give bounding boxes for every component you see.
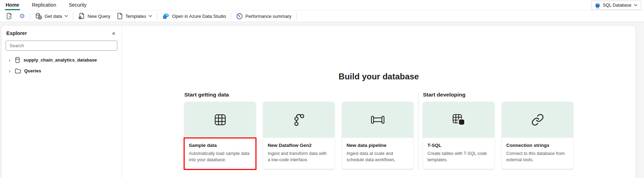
- gear-icon: ⚙: [19, 13, 25, 19]
- card-connection-strings[interactable]: Connection strings Connect to this datab…: [502, 102, 573, 169]
- grid-icon: [214, 113, 227, 126]
- get-data-database-icon: [35, 13, 42, 20]
- template-document-icon: [117, 13, 123, 20]
- tree-item-label: Queries: [24, 68, 41, 73]
- toolbar-divider: [296, 13, 297, 20]
- new-query-label: New Query: [88, 14, 110, 19]
- card-new-dataflow-gen2[interactable]: New Dataflow Gen2 Ingest and transform d…: [263, 102, 335, 169]
- performance-label: Performance summary: [245, 14, 291, 19]
- dataflow-icon: [294, 113, 304, 126]
- pipeline-icon: [371, 116, 385, 124]
- toolbar-divider: [30, 13, 30, 20]
- open-ads-label: Open in Azure Data Studio: [172, 14, 226, 19]
- card-title: New data pipeline: [347, 143, 409, 148]
- tree-item-label: supply_chain_analytics_database: [23, 57, 97, 63]
- new-query-button[interactable]: New Query: [75, 12, 114, 21]
- new-query-icon: [78, 13, 85, 20]
- explorer-title: Explorer: [6, 30, 27, 36]
- card-title: T-SQL: [427, 143, 490, 148]
- refresh-document-icon: [6, 13, 13, 20]
- database-icon: [15, 57, 20, 63]
- card-description: Ingest and transform data with a low-cod…: [268, 151, 330, 163]
- workspace-panel: Explorer « › supply_chain_analytics_data…: [1, 26, 636, 178]
- chevron-down-icon: [149, 15, 152, 17]
- collapse-sidebar-icon[interactable]: «: [111, 30, 117, 36]
- svg-text:SQL: SQL: [596, 7, 600, 8]
- explorer-tree: › supply_chain_analytics_database ›: [6, 55, 117, 76]
- performance-summary-button[interactable]: Performance summary: [233, 12, 294, 21]
- content-area: Explorer « › supply_chain_analytics_data…: [0, 22, 644, 178]
- card-description: Ingest data at scale and schedule data w…: [347, 151, 409, 163]
- tree-item-database[interactable]: › supply_chain_analytics_database: [6, 55, 117, 65]
- page-title: Build your database: [122, 72, 636, 81]
- refresh-button[interactable]: [3, 12, 16, 21]
- explorer-sidebar: Explorer « › supply_chain_analytics_data…: [1, 26, 122, 178]
- tab-security[interactable]: Security: [68, 0, 87, 10]
- toolbar-divider: [73, 13, 73, 20]
- search-input[interactable]: [6, 41, 117, 51]
- section-divider: [418, 92, 418, 169]
- toolbar-divider: [231, 13, 231, 20]
- section-label: Start developing: [423, 92, 573, 98]
- main-area: Build your database Start getting data: [122, 26, 636, 178]
- card-title: Sample data: [189, 143, 251, 148]
- top-tab-bar: Home Replication Security SQL SQL Databa…: [0, 0, 644, 10]
- link-icon: [531, 113, 544, 126]
- card-title: Connection strings: [506, 143, 569, 148]
- card-description: Connect to this database from external t…: [506, 151, 569, 163]
- sql-database-context-button[interactable]: SQL SQL Database: [591, 1, 641, 10]
- get-data-button[interactable]: Get data: [32, 12, 71, 21]
- section-start-getting-data: Start getting data: [184, 92, 413, 169]
- card-new-data-pipeline[interactable]: New data pipeline Ingest data at scale a…: [342, 102, 413, 169]
- settings-button[interactable]: ⚙: [16, 12, 28, 21]
- card-description: Create tables with T-SQL code templates.: [427, 151, 490, 163]
- tab-replication[interactable]: Replication: [31, 0, 57, 10]
- context-button-label: SQL Database: [603, 3, 631, 8]
- azure-data-studio-icon: [162, 13, 170, 20]
- card-description: Automatically load sample data into your…: [189, 151, 251, 163]
- chevron-down-icon: [64, 15, 68, 17]
- toolbar-divider: [157, 13, 157, 20]
- card-title: New Dataflow Gen2: [268, 143, 330, 148]
- tab-home[interactable]: Home: [5, 0, 20, 10]
- performance-gauge-icon: [236, 13, 243, 20]
- folder-icon: [15, 68, 21, 74]
- section-start-developing: Start developing: [423, 92, 573, 169]
- chevron-right-icon: ›: [9, 68, 12, 73]
- table-database-icon: [452, 113, 465, 126]
- templates-button[interactable]: Templates: [114, 12, 155, 21]
- card-sample-data[interactable]: Sample data Automatically load sample da…: [184, 102, 256, 169]
- section-label: Start getting data: [184, 92, 413, 98]
- open-azure-data-studio-button[interactable]: Open in Azure Data Studio: [159, 12, 229, 21]
- card-t-sql[interactable]: T-SQL Create tables with T-SQL code temp…: [423, 102, 494, 169]
- tree-item-queries[interactable]: › Queries: [6, 65, 117, 76]
- sql-database-icon: SQL: [595, 2, 600, 8]
- toolbar: ⚙ Get data New Query: [0, 10, 644, 22]
- chevron-right-icon: ›: [9, 57, 12, 63]
- templates-label: Templates: [125, 14, 146, 19]
- chevron-down-icon: [634, 4, 637, 6]
- get-data-label: Get data: [44, 14, 62, 19]
